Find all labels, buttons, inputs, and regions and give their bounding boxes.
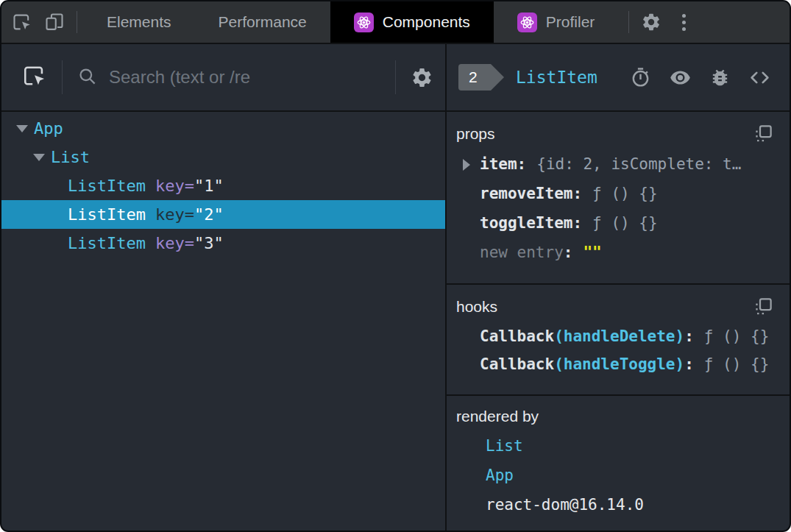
prop-value: ƒ () {} xyxy=(592,214,658,232)
prop-name: item xyxy=(480,155,517,173)
prop-name: toggleItem xyxy=(480,214,572,232)
attr-equals: = xyxy=(185,205,194,224)
component-details-panel: 2 ListItem xyxy=(447,44,790,531)
rendered-by-label: App xyxy=(486,467,514,484)
colon: : xyxy=(517,155,527,173)
browser-devtools-tabbar: Elements Performance Components xyxy=(1,1,790,44)
tab-label: Components xyxy=(383,13,470,31)
colon: : xyxy=(572,185,582,202)
attr-value: "1" xyxy=(194,177,224,195)
rendered-by-item[interactable]: App xyxy=(456,461,773,490)
hook-row: Callback(handleDelete):ƒ () {} xyxy=(456,322,773,350)
attr-equals: = xyxy=(185,234,194,252)
key-attribute: key="1" xyxy=(155,177,224,195)
attr-equals: = xyxy=(185,177,194,195)
hooks-section: hooks Callback(handleDelete):ƒ () {}Call… xyxy=(447,285,790,396)
prop-row: removeItem:ƒ () {} xyxy=(456,179,773,208)
owners-stack-badge[interactable]: 2 xyxy=(458,64,504,91)
hook-name: (handleDelete) xyxy=(554,327,684,345)
rendered-by-section: rendered by ListAppreact-dom@16.14.0 xyxy=(447,396,790,532)
inspect-component-icon[interactable] xyxy=(22,63,47,91)
hook-type: Callback xyxy=(480,327,554,345)
prop-value[interactable]: "" xyxy=(583,244,601,261)
tab-performance[interactable]: Performance xyxy=(195,1,330,43)
inspect-element-icon[interactable] xyxy=(6,1,38,43)
key-attribute: key="3" xyxy=(155,234,224,252)
prop-row: toggleItem:ƒ () {} xyxy=(456,208,773,238)
colon: : xyxy=(684,327,694,345)
hook-type: Callback xyxy=(480,355,554,373)
hook-value: ƒ () {} xyxy=(704,355,770,373)
selected-component-title: ListItem xyxy=(516,68,630,87)
divider xyxy=(62,60,63,94)
tab-label: Performance xyxy=(219,13,307,31)
rendered-by-label: react-dom@16.14.0 xyxy=(486,496,644,514)
component-name: ListItem xyxy=(68,234,146,252)
tree-row-app[interactable]: App xyxy=(1,114,445,143)
search-icon xyxy=(77,66,97,89)
hook-value: ƒ () {} xyxy=(704,327,770,345)
hooks-title: hooks xyxy=(456,298,497,316)
hook-row: Callback(handleToggle):ƒ () {} xyxy=(456,350,773,378)
attr-value: "3" xyxy=(194,234,224,252)
settings-gear-icon[interactable] xyxy=(635,1,667,43)
props-title: props xyxy=(456,125,495,143)
colon: : xyxy=(564,244,573,261)
copy-icon[interactable] xyxy=(753,297,773,316)
component-name: ListItem xyxy=(68,205,146,224)
key-attribute: key="2" xyxy=(155,205,224,224)
copy-icon[interactable] xyxy=(753,124,773,143)
colon: : xyxy=(684,355,694,373)
attr-name: key xyxy=(155,177,185,195)
divider xyxy=(77,11,77,33)
colon: : xyxy=(572,214,582,232)
prop-row: new entry:"" xyxy=(456,238,773,267)
expander-right-icon[interactable] xyxy=(463,159,470,171)
tab-elements[interactable]: Elements xyxy=(83,1,195,43)
prop-row: item:{id: 2, isComplete: t… xyxy=(456,149,773,179)
device-toolbar-icon[interactable] xyxy=(38,1,71,43)
rendered-by-title: rendered by xyxy=(456,408,539,425)
react-atom-icon xyxy=(354,13,374,32)
rendered-by-item[interactable]: List xyxy=(456,431,773,461)
tree-toolbar xyxy=(1,44,445,112)
tab-label: Profiler xyxy=(546,13,595,31)
tree-row-listitem-key-2[interactable]: ListItemkey="2" xyxy=(1,200,445,229)
prop-value: {id: 2, isComplete: t… xyxy=(536,155,741,173)
divider xyxy=(395,60,396,94)
prop-value: ƒ () {} xyxy=(592,185,658,202)
tree-settings-gear-icon[interactable] xyxy=(411,66,433,89)
tree-row-listitem-key-3[interactable]: ListItemkey="3" xyxy=(1,229,445,258)
eye-icon[interactable] xyxy=(670,67,691,88)
tab-components[interactable]: Components xyxy=(330,1,494,43)
divider xyxy=(628,11,629,33)
details-header: 2 ListItem xyxy=(447,44,790,112)
timer-icon[interactable] xyxy=(630,67,651,88)
search-input[interactable] xyxy=(107,66,380,88)
tab-profiler[interactable]: Profiler xyxy=(494,1,619,43)
prop-name: removeItem xyxy=(480,185,572,202)
prop-name: new entry xyxy=(480,244,564,261)
expander-down-icon[interactable] xyxy=(33,154,45,161)
kebab-menu-icon[interactable] xyxy=(667,1,700,43)
component-name: ListItem xyxy=(68,177,146,195)
devtools-window: Elements Performance Components xyxy=(0,0,791,532)
component-tree: AppListListItemkey="1"ListItemkey="2"Lis… xyxy=(1,112,445,531)
rendered-by-item: react-dom@16.14.0 xyxy=(456,490,773,519)
expander-down-icon[interactable] xyxy=(16,125,28,132)
hook-name: (handleToggle) xyxy=(554,355,684,373)
tab-label: Elements xyxy=(107,13,171,31)
attr-name: key xyxy=(155,234,185,252)
props-section: props item:{id: 2, isComplete: t…removeI… xyxy=(447,112,790,285)
tree-row-listitem-key-1[interactable]: ListItemkey="1" xyxy=(1,171,445,200)
tree-row-list[interactable]: List xyxy=(1,143,445,171)
component-name: List xyxy=(51,148,90,166)
attr-value: "2" xyxy=(194,205,224,224)
attr-name: key xyxy=(155,205,185,224)
component-tree-panel: AppListListItemkey="1"ListItemkey="2"Lis… xyxy=(1,44,447,531)
view-source-icon[interactable] xyxy=(749,67,770,88)
react-atom-icon xyxy=(517,13,537,32)
bug-icon[interactable] xyxy=(709,67,731,88)
rendered-by-label: List xyxy=(486,437,523,455)
component-name: App xyxy=(34,119,63,138)
